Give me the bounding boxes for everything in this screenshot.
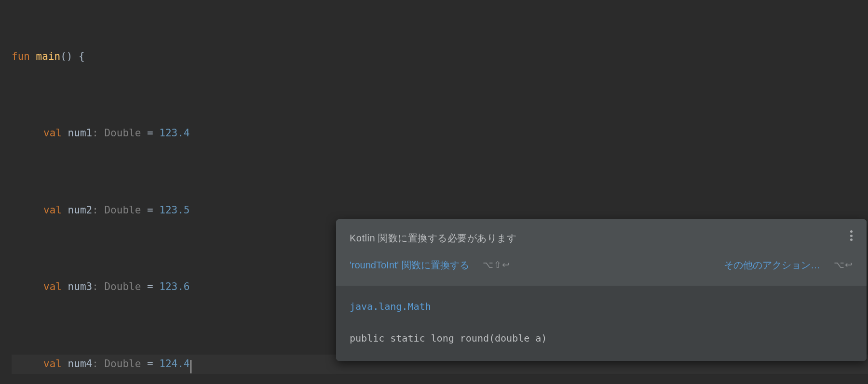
- fix-link[interactable]: 'roundToInt' 関数に置換する: [350, 256, 469, 274]
- intention-popup: Kotlin 関数に置換する必要があります 'roundToInt' 関数に置換…: [336, 219, 867, 361]
- more-actions-link[interactable]: その他のアクション…: [724, 256, 820, 274]
- assign-op: =: [147, 204, 153, 216]
- type-annot: : Double: [92, 281, 141, 292]
- var-name: num2: [68, 204, 93, 216]
- keyword-val: val: [43, 204, 62, 216]
- code-line[interactable]: val num2: Double = 123.5: [12, 201, 868, 220]
- keyword-fun: fun: [12, 51, 30, 62]
- assign-op: =: [147, 281, 153, 292]
- number-literal: 123.5: [159, 204, 190, 216]
- type-annot: : Double: [92, 358, 141, 370]
- keyword-val: val: [43, 127, 62, 139]
- code-line[interactable]: fun main() {: [12, 47, 868, 66]
- keyword-val: val: [43, 281, 62, 292]
- popup-actions: 'roundToInt' 関数に置換する ⌥⇧↩ その他のアクション… ⌥↩: [350, 253, 853, 281]
- more-shortcut: ⌥↩: [834, 256, 853, 274]
- var-name: num3: [68, 281, 93, 292]
- code-line[interactable]: val num1: Double = 123.4: [12, 124, 868, 143]
- kebab-menu-icon[interactable]: [846, 229, 856, 242]
- paren-brace: () {: [60, 51, 85, 62]
- type-annot: : Double: [92, 127, 141, 139]
- doc-signature: public static long round(double a): [350, 329, 853, 347]
- doc-class: java.lang.Math: [350, 297, 853, 329]
- fix-shortcut: ⌥⇧↩: [483, 256, 510, 274]
- popup-doc: java.lang.Math public static long round(…: [336, 286, 867, 361]
- var-name: num1: [68, 127, 93, 139]
- popup-title: Kotlin 関数に置換する必要があります: [350, 229, 853, 253]
- text-caret: [190, 360, 191, 373]
- assign-op: =: [147, 358, 153, 370]
- var-name: num4: [68, 358, 93, 370]
- number-literal: 124.4: [159, 358, 190, 370]
- type-annot: : Double: [92, 204, 141, 216]
- popup-header: Kotlin 関数に置換する必要があります 'roundToInt' 関数に置換…: [336, 219, 867, 286]
- number-literal: 123.4: [159, 127, 190, 139]
- assign-op: =: [147, 127, 153, 139]
- function-main: main: [36, 51, 61, 62]
- keyword-val: val: [43, 358, 62, 370]
- number-literal: 123.6: [159, 281, 190, 292]
